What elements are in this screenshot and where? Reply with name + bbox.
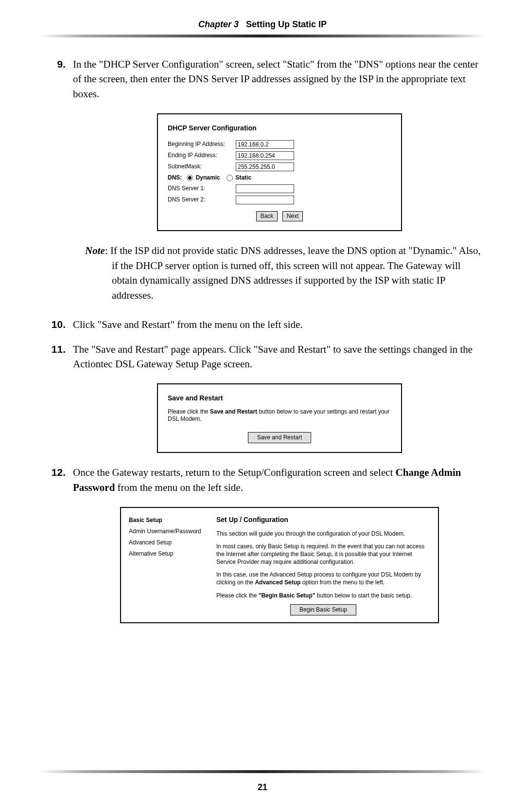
- save-restart-text: Please click the Save and Restart button…: [168, 408, 391, 423]
- dns-server-1-input[interactable]: [236, 184, 294, 193]
- page-header: Chapter 3 Setting Up Static IP: [39, 19, 486, 30]
- subnetmask-input[interactable]: 255.255.255.0: [236, 162, 294, 171]
- step-10-body: Click "Save and Restart" from the menu o…: [73, 317, 486, 332]
- menu-basic-setup[interactable]: Basic Setup: [129, 515, 216, 526]
- dhcp-config-screenshot: DHCP Server Configuration Beginning IP A…: [157, 113, 402, 231]
- begin-basic-setup-button[interactable]: Begin Basic Setup: [290, 604, 356, 615]
- menu-admin-password[interactable]: Admin Username/Password: [129, 526, 216, 537]
- dns-dynamic-radio[interactable]: [187, 175, 193, 181]
- beginning-ip-input[interactable]: 192.168.0.2: [236, 140, 294, 149]
- setup-config-title: Set Up / Configuration: [216, 515, 430, 524]
- step-number-11: 11.: [39, 342, 73, 372]
- menu-advanced-setup[interactable]: Advanced Setup: [129, 537, 216, 548]
- dns-row: DNS: Dynamic Static: [168, 174, 391, 182]
- save-restart-title: Save and Restart: [168, 393, 391, 403]
- save-restart-screenshot: Save and Restart Please click the Save a…: [157, 383, 402, 453]
- dns-server-2-input[interactable]: [236, 196, 294, 204]
- step-number-9: 9.: [39, 57, 73, 101]
- next-button[interactable]: Next: [282, 211, 303, 221]
- ending-ip-input[interactable]: 192.168.0.254: [236, 151, 294, 160]
- footer-divider: [39, 770, 486, 773]
- ending-ip-label: Ending IP Address:: [168, 151, 236, 160]
- setup-config-p3: In this case, use the Advanced Setup pro…: [216, 571, 430, 586]
- step-number-12: 12.: [39, 465, 73, 495]
- page-number: 21: [0, 782, 525, 793]
- step-number-10: 10.: [39, 317, 73, 332]
- setup-config-p1: This section will guide you through the …: [216, 530, 430, 538]
- note-block: Note: If the ISP did not provide static …: [85, 243, 486, 303]
- dhcp-title: DHCP Server Configuration: [168, 123, 391, 133]
- chapter-title: Setting Up Static IP: [246, 19, 327, 29]
- header-divider: [39, 35, 486, 37]
- setup-config-screenshot: Basic Setup Admin Username/Password Adva…: [120, 507, 439, 623]
- step-11-body: The "Save and Restart" page appears. Cli…: [73, 342, 486, 372]
- setup-config-p4: Please click the "Begin Basic Setup" but…: [216, 592, 430, 599]
- setup-menu: Basic Setup Admin Username/Password Adva…: [129, 515, 216, 615]
- dns-server-1-label: DNS Server 1:: [168, 184, 236, 193]
- save-and-restart-button[interactable]: Save and Restart: [248, 432, 312, 443]
- menu-alternative-setup[interactable]: Alternative Setup: [129, 548, 216, 559]
- step-12-body: Once the Gateway restarts, return to the…: [73, 465, 486, 495]
- chapter-label: Chapter 3: [198, 19, 239, 29]
- step-9-body: In the "DHCP Server Configuration" scree…: [73, 57, 486, 101]
- back-button[interactable]: Back: [256, 211, 278, 221]
- beginning-ip-label: Beginning IP Address:: [168, 140, 236, 148]
- setup-config-p2: In most cases, only Basic Setup is requi…: [216, 542, 430, 566]
- dns-server-2-label: DNS Server 2:: [168, 196, 236, 204]
- subnetmask-label: SubnetMask:: [168, 162, 236, 171]
- dns-static-radio[interactable]: [227, 175, 233, 181]
